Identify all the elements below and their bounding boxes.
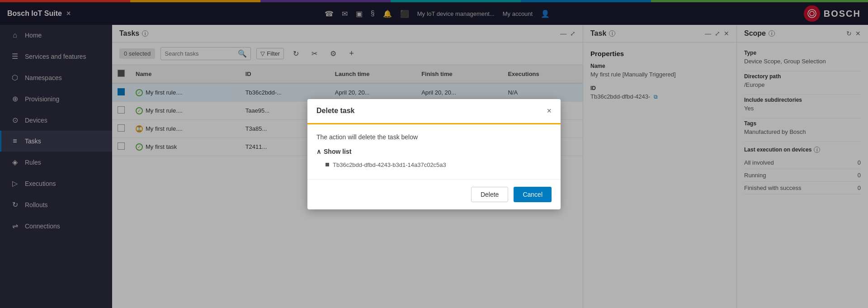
modal-header: Delete task ×	[307, 99, 561, 124]
show-list-label: Show list	[324, 148, 351, 155]
show-list-toggle[interactable]: ∧ Show list	[316, 148, 552, 155]
cancel-button[interactable]: Cancel	[514, 187, 552, 202]
delete-task-modal: Delete task × The action will delete the…	[307, 99, 561, 209]
modal-overlay[interactable]: Delete task × The action will delete the…	[0, 0, 868, 308]
delete-button[interactable]: Delete	[471, 187, 508, 202]
task-id-value: Tb36c2bdd-dfbd-4243-b3d1-14a37c02c5a3	[333, 161, 446, 168]
chevron-up-icon: ∧	[316, 148, 321, 155]
modal-body: The action will delete the task below ∧ …	[307, 124, 561, 179]
task-bullet-icon	[326, 163, 329, 166]
modal-description: The action will delete the task below	[316, 133, 552, 141]
modal-close-button[interactable]: ×	[547, 106, 552, 116]
modal-footer: Delete Cancel	[307, 179, 561, 209]
modal-title: Delete task	[316, 107, 355, 115]
task-list-item: Tb36c2bdd-dfbd-4243-b3d1-14a37c02c5a3	[316, 160, 552, 170]
